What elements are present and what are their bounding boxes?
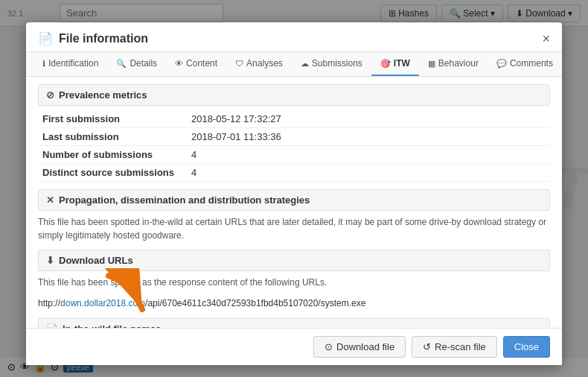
propagation-section-title: Propagation, dissemination and distribut… bbox=[59, 194, 310, 206]
comments-icon: 💬 bbox=[496, 59, 507, 69]
download-file-button[interactable]: ⊙ Download file bbox=[313, 336, 406, 358]
download-url: http://down.dollar2018.com/api/670e4611c… bbox=[38, 297, 550, 311]
modal-title-text: File information bbox=[59, 32, 148, 45]
details-icon: 🔍 bbox=[116, 59, 127, 69]
metric-label: Last submission bbox=[38, 128, 187, 146]
in-the-wild-section-header: 📄 In-the-wild file names bbox=[38, 318, 550, 328]
itw-icon: 🎯 bbox=[380, 59, 391, 69]
modal-title: 📄 File information bbox=[38, 31, 148, 45]
propagation-icon: ✕ bbox=[46, 194, 54, 206]
tab-comments[interactable]: 💬 Comments bbox=[488, 52, 562, 76]
prevalence-icon: ⊘ bbox=[46, 89, 54, 101]
tab-comments-label: Comments bbox=[510, 58, 553, 69]
tab-identification-label: Identification bbox=[48, 58, 98, 69]
close-modal-button[interactable]: Close bbox=[503, 336, 550, 358]
tab-analyses-label: Analyses bbox=[246, 58, 283, 69]
table-row: First submission 2018-05-12 17:32:27 bbox=[38, 110, 550, 128]
tab-identification[interactable]: ℹ Identification bbox=[33, 52, 107, 76]
tab-details-label: Details bbox=[130, 58, 157, 69]
metric-value: 2018-05-12 17:32:27 bbox=[187, 110, 550, 128]
download-urls-icon: ⬇ bbox=[46, 255, 54, 266]
metric-value: 2018-07-01 11:33:36 bbox=[187, 128, 550, 146]
behaviour-icon: ▦ bbox=[428, 59, 435, 69]
rescan-icon: ↺ bbox=[423, 341, 431, 352]
metrics-table: First submission 2018-05-12 17:32:27 Las… bbox=[38, 110, 550, 182]
propagation-section-header: ✕ Propagation, dissemination and distrib… bbox=[38, 189, 550, 211]
tab-submissions[interactable]: ☁ Submissions bbox=[292, 52, 371, 76]
identification-icon: ℹ bbox=[42, 59, 45, 69]
metric-label: Number of submissions bbox=[38, 146, 187, 164]
table-row: Last submission 2018-07-01 11:33:36 bbox=[38, 128, 550, 146]
file-information-modal: 📄 File information × ℹ Identification 🔍 … bbox=[26, 22, 562, 365]
tab-analyses[interactable]: 🛡 Analyses bbox=[226, 52, 292, 76]
modal-close-button[interactable]: × bbox=[542, 32, 550, 45]
tab-behaviour[interactable]: ▦ Behaviour bbox=[419, 52, 488, 76]
modal-body: ⊘ Prevalence metrics First submission 20… bbox=[26, 77, 562, 328]
file-icon: 📄 bbox=[38, 31, 53, 45]
rescan-file-button[interactable]: ↺ Re-scan file bbox=[412, 336, 497, 358]
content-icon: 👁 bbox=[175, 59, 183, 68]
metric-label: Distinct source submissions bbox=[38, 164, 187, 182]
tab-behaviour-label: Behaviour bbox=[438, 58, 479, 69]
metric-label: First submission bbox=[38, 110, 187, 128]
table-row: Distinct source submissions 4 bbox=[38, 164, 550, 182]
metric-value: 4 bbox=[187, 164, 550, 182]
tab-content[interactable]: 👁 Content bbox=[166, 52, 226, 76]
download-file-icon: ⊙ bbox=[325, 341, 333, 352]
modal-header: 📄 File information × bbox=[26, 22, 562, 52]
table-row: Number of submissions 4 bbox=[38, 146, 550, 164]
download-urls-section-title: Download URLs bbox=[59, 255, 133, 266]
tab-details[interactable]: 🔍 Details bbox=[107, 52, 166, 76]
prevalence-section-header: ⊘ Prevalence metrics bbox=[38, 84, 550, 106]
tab-itw-label: ITW bbox=[394, 58, 410, 69]
tab-itw[interactable]: 🎯 ITW bbox=[371, 52, 419, 76]
metric-value: 4 bbox=[187, 146, 550, 164]
modal-tabs: ℹ Identification 🔍 Details 👁 Content 🛡 A… bbox=[26, 52, 562, 77]
download-urls-section-header: ⬇ Download URLs bbox=[38, 250, 550, 271]
download-urls-content: This file has been spotted as the respon… bbox=[38, 276, 550, 311]
submissions-icon: ☁ bbox=[301, 59, 309, 69]
prevalence-section-title: Prevalence metrics bbox=[59, 89, 147, 101]
tab-content-label: Content bbox=[186, 58, 217, 69]
modal-footer: ⊙ Download file ↺ Re-scan file Close bbox=[26, 328, 562, 365]
download-urls-description: This file has been spotted as the respon… bbox=[38, 276, 550, 289]
propagation-description: This file has been spotted in-the-wild a… bbox=[38, 215, 550, 242]
url-link-anchor[interactable]: down.dollar2018.com bbox=[60, 298, 145, 308]
tab-submissions-label: Submissions bbox=[312, 58, 362, 69]
analyses-icon: 🛡 bbox=[235, 59, 243, 68]
